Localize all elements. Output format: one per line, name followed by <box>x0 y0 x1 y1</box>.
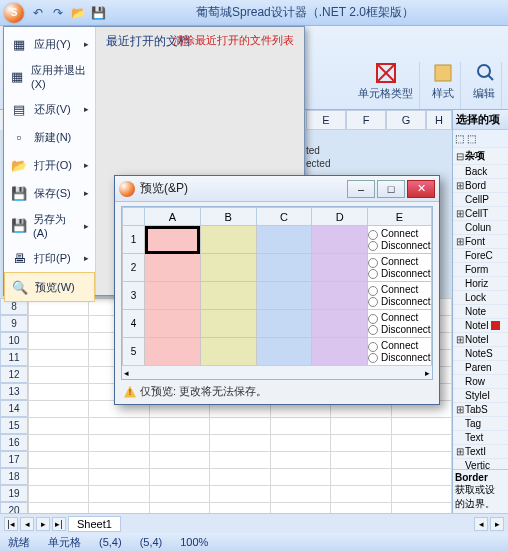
cell[interactable] <box>256 226 312 254</box>
cell[interactable] <box>312 226 368 254</box>
dialog-h-scroll[interactable]: ◂ ▸ <box>122 365 432 379</box>
row-header[interactable]: 17 <box>0 451 28 468</box>
row-header[interactable]: 18 <box>0 468 28 485</box>
col-header[interactable]: C <box>256 208 312 226</box>
row-header[interactable]: 19 <box>0 485 28 502</box>
cell[interactable] <box>145 310 201 338</box>
tab-nav-next[interactable]: ▸ <box>36 517 50 531</box>
sheet-tab[interactable]: Sheet1 <box>68 516 121 532</box>
cell[interactable] <box>145 282 201 310</box>
cell[interactable]: ConnectDisconnect <box>368 226 432 254</box>
cell[interactable] <box>145 254 201 282</box>
ribbon-group-celltype[interactable]: 单元格类型 <box>352 62 420 109</box>
expand-icon[interactable]: ⊞ <box>455 236 465 247</box>
cell[interactable] <box>312 282 368 310</box>
h-scroll[interactable]: ◂ ▸ <box>474 517 508 531</box>
prop-item[interactable]: NoteS <box>453 347 508 361</box>
cell[interactable] <box>200 254 256 282</box>
row-header[interactable]: 2 <box>123 254 145 282</box>
minimize-button[interactable]: – <box>347 180 375 198</box>
radio-icon[interactable] <box>368 286 378 296</box>
cell[interactable] <box>312 338 368 366</box>
menu-print[interactable]: 🖶打印(P)▸ <box>4 244 95 272</box>
prop-item[interactable]: Note <box>453 305 508 319</box>
col-header[interactable]: A <box>145 208 201 226</box>
prop-item[interactable]: Form <box>453 263 508 277</box>
cell[interactable]: ConnectDisconnect <box>368 254 432 282</box>
prop-item[interactable]: Text <box>453 431 508 445</box>
cell[interactable] <box>145 338 201 366</box>
open-button[interactable]: 📂 <box>70 5 86 21</box>
prop-item[interactable]: Paren <box>453 361 508 375</box>
prop-item[interactable]: Back <box>453 165 508 179</box>
prop-item[interactable]: ⊞Font <box>453 235 508 249</box>
preview-grid[interactable]: A B C D E 1 ConnectDisconnect 2 ConnectD… <box>122 207 432 366</box>
prop-item[interactable]: CellP <box>453 193 508 207</box>
radio-icon[interactable] <box>368 241 378 251</box>
expand-icon[interactable]: ⊞ <box>455 446 465 457</box>
undo-button[interactable]: ↶ <box>30 5 46 21</box>
col-header[interactable]: E <box>368 208 432 226</box>
expand-icon[interactable]: ⊞ <box>455 404 465 415</box>
col-header[interactable]: H <box>426 110 452 130</box>
cell[interactable] <box>256 338 312 366</box>
prop-item[interactable]: ⊞NoteI <box>453 333 508 347</box>
scroll-left-icon[interactable]: ◂ <box>124 368 129 378</box>
row-header[interactable]: 11 <box>0 349 28 366</box>
col-header[interactable]: D <box>312 208 368 226</box>
tab-nav-prev[interactable]: ◂ <box>20 517 34 531</box>
row-header[interactable]: 14 <box>0 400 28 417</box>
row-header[interactable]: 9 <box>0 315 28 332</box>
prop-item[interactable]: ⊞TabS <box>453 403 508 417</box>
dialog-titlebar[interactable]: 预览(&P) – □ ✕ <box>115 176 439 202</box>
cell[interactable] <box>312 310 368 338</box>
radio-icon[interactable] <box>368 325 378 335</box>
prop-item[interactable]: ⊞TextI <box>453 445 508 459</box>
expand-icon[interactable]: ⊞ <box>455 208 465 219</box>
prop-item[interactable]: NoteI <box>453 319 508 333</box>
radio-icon[interactable] <box>368 258 378 268</box>
row-header[interactable]: 16 <box>0 434 28 451</box>
menu-restore[interactable]: ▤还原(V)▸ <box>4 95 95 123</box>
selected-cell[interactable] <box>145 226 201 254</box>
row-header[interactable]: 10 <box>0 332 28 349</box>
menu-new[interactable]: ▫新建(N) <box>4 123 95 151</box>
scroll-left[interactable]: ◂ <box>474 517 488 531</box>
cell[interactable] <box>256 310 312 338</box>
menu-open[interactable]: 📂打开(O)▸ <box>4 151 95 179</box>
tab-nav-first[interactable]: |◂ <box>4 517 18 531</box>
radio-icon[interactable] <box>368 353 378 363</box>
prop-item[interactable]: Row <box>453 375 508 389</box>
cell[interactable]: ConnectDisconnect <box>368 338 432 366</box>
expand-icon[interactable]: ⊞ <box>455 334 465 345</box>
row-header[interactable]: 13 <box>0 383 28 400</box>
collapse-icon[interactable]: ⊟ <box>455 151 465 162</box>
row-header[interactable]: 15 <box>0 417 28 434</box>
redo-button[interactable]: ↷ <box>50 5 66 21</box>
expand-icon[interactable]: ⊞ <box>455 180 465 191</box>
cell[interactable] <box>312 254 368 282</box>
close-button[interactable]: ✕ <box>407 180 435 198</box>
clear-recent-link[interactable]: 清除最近打开的文件列表 <box>173 33 294 48</box>
menu-apply-exit[interactable]: ▦应用并退出(X) <box>4 58 95 95</box>
tab-nav-last[interactable]: ▸| <box>52 517 66 531</box>
col-header[interactable]: B <box>200 208 256 226</box>
cell[interactable]: ConnectDisconnect <box>368 310 432 338</box>
cell[interactable]: ConnectDisconnect <box>368 282 432 310</box>
row-header[interactable]: 20 <box>0 502 28 513</box>
menu-saveas[interactable]: 💾另存为(A)▸ <box>4 207 95 244</box>
maximize-button[interactable]: □ <box>377 180 405 198</box>
row-header[interactable]: 4 <box>123 310 145 338</box>
row-header[interactable]: 1 <box>123 226 145 254</box>
prop-item[interactable]: ⊞CellT <box>453 207 508 221</box>
prop-item[interactable]: Tag <box>453 417 508 431</box>
menu-preview[interactable]: 🔍预览(W) <box>4 272 95 302</box>
cell[interactable] <box>256 254 312 282</box>
row-header[interactable]: 5 <box>123 338 145 366</box>
row-header[interactable]: 12 <box>0 366 28 383</box>
ribbon-group-style[interactable]: 样式 <box>426 62 461 109</box>
row-header[interactable]: 3 <box>123 282 145 310</box>
prop-item[interactable]: Colun <box>453 221 508 235</box>
radio-icon[interactable] <box>368 342 378 352</box>
save-button[interactable]: 💾 <box>90 5 106 21</box>
